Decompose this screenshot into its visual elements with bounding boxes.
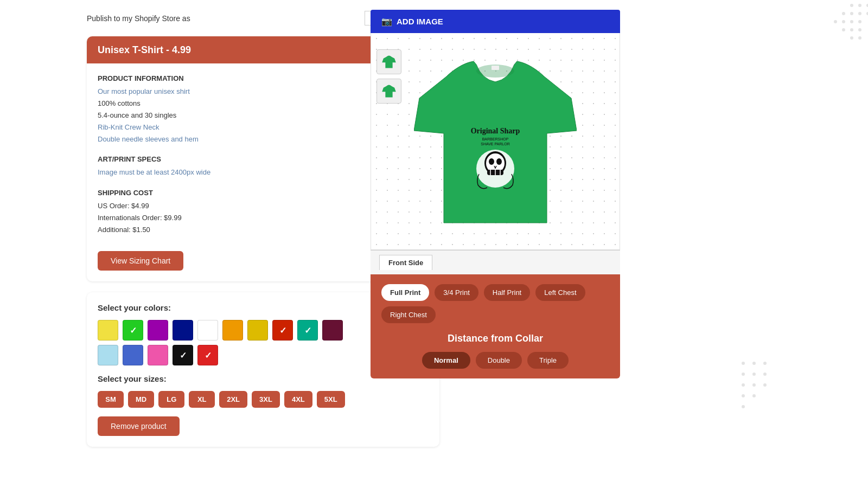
svg-point-20 <box>752 373 756 376</box>
svg-point-15 <box>858 36 861 40</box>
color-swatch-white[interactable] <box>197 320 218 341</box>
svg-point-3 <box>842 12 845 15</box>
product-title: Unisex T-Shirt - 4.99 <box>98 44 191 56</box>
tshirt-svg: Original Sharp BARBERSHOP SHAVE PARLOR <box>414 49 577 234</box>
size-5xl-button[interactable]: 5XL <box>317 391 345 408</box>
svg-point-14 <box>850 36 853 40</box>
size-grid: SM MD LG XL 2XL 3XL 4XL 5XL <box>98 391 429 408</box>
print-options-panel: Full Print 3/4 Print Half Print Left Che… <box>371 274 620 378</box>
svg-point-22 <box>742 383 745 387</box>
three-quarter-print-button[interactable]: 3/4 Print <box>435 284 478 301</box>
right-panel: 📷 ADD IMAGE <box>371 10 620 378</box>
remove-product-button[interactable]: Remove product <box>98 416 180 436</box>
svg-point-10 <box>858 20 861 23</box>
svg-point-37 <box>496 158 502 165</box>
distance-from-collar-label: Distance from Collar <box>381 333 609 344</box>
svg-point-18 <box>763 362 767 365</box>
view-sizing-chart-button[interactable]: View Sizing Chart <box>98 251 183 271</box>
sizes-section: Select your sizes: SM MD LG XL 2XL 3XL 4… <box>98 374 429 408</box>
color-swatch-navy[interactable] <box>173 320 193 341</box>
color-swatch-teal[interactable]: ✓ <box>297 320 318 341</box>
color-swatch-gold[interactable] <box>247 320 268 341</box>
svg-point-12 <box>850 28 853 31</box>
tshirt-area: Original Sharp BARBERSHOP SHAVE PARLOR <box>404 38 587 244</box>
svg-point-1 <box>858 4 861 7</box>
color-swatch-yellow[interactable] <box>98 320 118 341</box>
color-swatch-green[interactable]: ✓ <box>123 320 143 341</box>
svg-point-25 <box>742 394 745 397</box>
left-chest-button[interactable]: Left Chest <box>535 284 585 301</box>
svg-point-8 <box>842 20 845 23</box>
svg-point-19 <box>742 373 745 376</box>
svg-point-17 <box>752 362 756 365</box>
color-swatch-purple[interactable] <box>148 320 168 341</box>
svg-text:BARBERSHOP: BARBERSHOP <box>482 137 509 141</box>
check-icon: ✓ <box>130 325 137 335</box>
color-swatch-blue[interactable] <box>123 345 143 365</box>
add-image-label: ADD IMAGE <box>397 17 443 26</box>
svg-rect-29 <box>492 66 499 70</box>
svg-point-16 <box>742 362 745 365</box>
size-3xl-button[interactable]: 3XL <box>252 391 280 408</box>
front-side-tab-bar: Front Side <box>371 250 620 274</box>
svg-point-9 <box>850 20 853 23</box>
svg-point-5 <box>858 12 861 15</box>
svg-point-13 <box>858 28 861 31</box>
svg-point-11 <box>842 28 845 31</box>
camera-icon: 📷 <box>381 16 392 27</box>
front-side-tab[interactable]: Front Side <box>379 255 432 270</box>
side-thumbnails <box>376 49 401 104</box>
svg-text:Original Sharp: Original Sharp <box>471 127 520 135</box>
thumbnail-front[interactable] <box>376 49 401 74</box>
svg-point-27 <box>742 405 745 408</box>
svg-point-26 <box>752 394 756 397</box>
triple-collar-button[interactable]: Triple <box>527 352 569 369</box>
svg-point-36 <box>489 158 494 165</box>
svg-point-23 <box>752 383 756 387</box>
size-md-button[interactable]: MD <box>128 391 154 408</box>
svg-text:SHAVE PARLOR: SHAVE PARLOR <box>481 142 509 146</box>
collar-buttons-row: Normal Double Triple <box>381 352 609 369</box>
tshirt-thumb-front-icon <box>381 54 397 69</box>
size-sm-button[interactable]: SM <box>98 391 124 408</box>
half-print-button[interactable]: Half Print <box>484 284 530 301</box>
check-icon: ✓ <box>180 350 187 360</box>
color-swatch-maroon[interactable] <box>322 320 343 341</box>
full-print-button[interactable]: Full Print <box>381 284 429 301</box>
color-swatch-lightblue[interactable] <box>98 345 118 365</box>
svg-point-4 <box>850 12 853 15</box>
svg-point-24 <box>763 383 767 387</box>
check-icon: ✓ <box>304 325 311 335</box>
svg-point-7 <box>834 20 837 23</box>
double-collar-button[interactable]: Double <box>476 352 522 369</box>
tshirt-thumb-back-icon <box>381 84 397 99</box>
color-swatch-orange[interactable] <box>222 320 243 341</box>
normal-collar-button[interactable]: Normal <box>422 352 470 369</box>
svg-point-21 <box>763 373 767 376</box>
color-swatch-pink[interactable] <box>148 345 168 365</box>
size-2xl-button[interactable]: 2XL <box>219 391 247 408</box>
publish-label: Publish to my Shopify Store as <box>87 14 190 23</box>
check-icon: ✓ <box>279 325 286 335</box>
size-xl-button[interactable]: XL <box>189 391 215 408</box>
svg-point-0 <box>850 4 853 7</box>
add-image-bar[interactable]: 📷 ADD IMAGE <box>371 10 620 33</box>
print-buttons-row: Full Print 3/4 Print Half Print Left Che… <box>381 284 609 323</box>
thumbnail-back[interactable] <box>376 79 401 104</box>
check-icon: ✓ <box>205 350 212 360</box>
color-swatch-red[interactable]: ✓ <box>272 320 293 341</box>
design-canvas: Original Sharp BARBERSHOP SHAVE PARLOR <box>371 33 620 250</box>
right-chest-button[interactable]: Right Chest <box>381 306 436 323</box>
color-swatch-brightred[interactable]: ✓ <box>197 345 218 365</box>
color-swatch-black[interactable]: ✓ <box>173 345 193 365</box>
size-lg-button[interactable]: LG <box>158 391 184 408</box>
size-4xl-button[interactable]: 4XL <box>284 391 312 408</box>
